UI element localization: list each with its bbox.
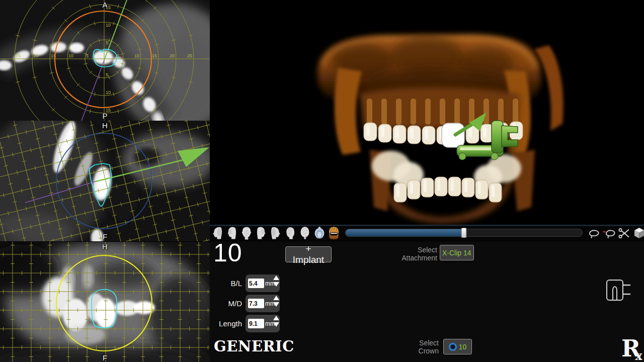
bl-field-label: B/L: [214, 279, 242, 288]
md-input[interactable]: [248, 299, 264, 308]
application-window: 555510101010151515152020202025252525 A P: [0, 0, 644, 362]
svg-text:20: 20: [33, 53, 38, 58]
select-crown-label-line2: Crown: [368, 347, 439, 355]
svg-text:10: 10: [106, 23, 111, 28]
head-back-icon[interactable]: [297, 225, 312, 240]
implant-brand-label: GENERIC: [214, 338, 294, 355]
crown-value-text: 10: [459, 343, 467, 351]
head-back-three-quarter-icon[interactable]: [283, 225, 297, 240]
select-attachment-label-line2: Attachment: [367, 254, 437, 262]
coronal-ct-view[interactable]: H F: [0, 241, 210, 362]
scissors-icon[interactable]: [617, 226, 631, 240]
volume-3d-view[interactable]: [210, 0, 644, 225]
svg-text:5: 5: [106, 72, 108, 77]
length-decrease-arrow[interactable]: [273, 322, 279, 327]
lasso-icon[interactable]: [587, 226, 601, 240]
attachment-value-button[interactable]: X-Clip 14: [440, 245, 474, 260]
bl-stepper: [273, 276, 279, 287]
bl-input[interactable]: [248, 279, 264, 288]
select-crown-label-line1: Select: [368, 339, 439, 347]
svg-text:15: 15: [152, 53, 157, 58]
orientation-label-head: H: [102, 121, 108, 130]
axial-ct-image: [0, 4, 210, 121]
bl-field: mm: [246, 275, 280, 292]
md-field-label: M/D: [214, 299, 242, 308]
slider-handle[interactable]: [461, 228, 467, 238]
md-field: mm: [246, 295, 280, 312]
orientation-label-foot: F: [103, 353, 107, 362]
skull-volume-render: [317, 35, 563, 223]
planned-crown[interactable]: [442, 123, 464, 147]
add-implant-button[interactable]: + Implant: [285, 246, 332, 262]
jaw-volume-selected-icon[interactable]: [327, 225, 341, 240]
length-field: mm: [246, 315, 280, 332]
orientation-label-posterior: P: [102, 112, 107, 120]
lasso-remove-icon[interactable]: [602, 226, 616, 240]
rx-logo: Rx: [621, 335, 642, 362]
svg-text:10: 10: [134, 53, 139, 58]
sagittal-ct-view[interactable]: H F: [0, 121, 210, 241]
svg-text:5: 5: [106, 40, 108, 45]
bl-decrease-arrow[interactable]: [273, 282, 279, 287]
tooth-number: 10: [213, 238, 243, 267]
orientation-label-foot: F: [103, 232, 107, 241]
head-top-blue-icon[interactable]: [312, 225, 327, 240]
md-increase-arrow[interactable]: [273, 296, 279, 300]
head-three-quarter-right-icon[interactable]: [254, 225, 268, 240]
length-field-label: Length: [214, 319, 242, 328]
sagittal-ct-image: [0, 121, 210, 241]
svg-text:5: 5: [86, 53, 89, 58]
rx-logo-x: x: [635, 348, 642, 362]
md-decrease-arrow[interactable]: [273, 302, 279, 307]
length-stepper: [273, 316, 279, 327]
crown-shade-icon: [449, 343, 457, 351]
svg-text:20: 20: [170, 53, 175, 58]
view-toolbar: [210, 225, 644, 241]
select-attachment-label: Select Attachment: [367, 246, 437, 262]
orientation-label-head: H: [102, 242, 108, 251]
implant-axis-purple: [82, 60, 104, 121]
slider-fill: [346, 229, 464, 236]
svg-text:25: 25: [16, 53, 21, 58]
volume-opacity-slider[interactable]: [345, 229, 583, 237]
axial-ct-view[interactable]: 555510101010151515152020202025252525 A P: [0, 0, 210, 121]
length-input[interactable]: [248, 319, 264, 328]
crown-value-button[interactable]: 10: [443, 339, 472, 354]
md-stepper: [273, 296, 279, 307]
select-attachment-label-line1: Select: [367, 246, 437, 254]
svg-text:10: 10: [106, 90, 111, 95]
orientation-label-anterior: A: [102, 1, 107, 9]
length-increase-arrow[interactable]: [273, 316, 279, 320]
cube-icon[interactable]: [632, 226, 644, 240]
attachment-profile-icon: [605, 279, 631, 305]
coronal-ct-image: [0, 243, 210, 362]
svg-text:10: 10: [68, 53, 73, 58]
select-crown-label: Select Crown: [368, 339, 439, 355]
head-profile-right-icon[interactable]: [268, 225, 283, 240]
svg-text:25: 25: [187, 53, 192, 58]
bl-increase-arrow[interactable]: [273, 276, 279, 280]
implant-control-panel: 10 + Implant Select Attachment X-Clip 14…: [210, 241, 644, 362]
